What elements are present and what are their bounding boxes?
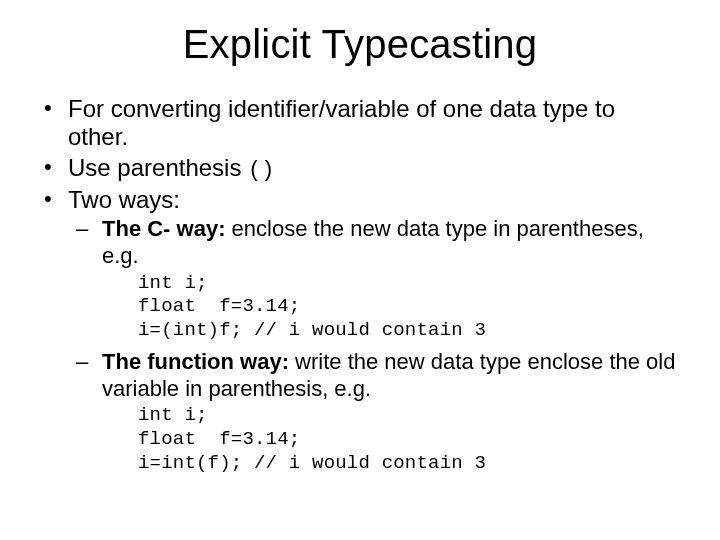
sub-list: The C- way: enclose the new data type in… [68, 216, 680, 476]
bullet-list: For converting identifier/variable of on… [40, 95, 680, 476]
bullet-item: Two ways: The C- way: enclose the new da… [64, 186, 680, 476]
bullet-text: Two ways: [68, 186, 180, 213]
code-line: i=int(f); // i would contain 3 [138, 452, 486, 474]
code-line: float f=3.14; [138, 295, 300, 317]
sub-item: The C- way: enclose the new data type in… [98, 216, 680, 343]
code-line: int i; [138, 404, 208, 426]
sub-item: The function way: write the new data typ… [98, 349, 680, 476]
slide: Explicit Typecasting For converting iden… [0, 0, 720, 540]
code-line: i=(int)f; // i would contain 3 [138, 319, 486, 341]
code-line: float f=3.14; [138, 428, 300, 450]
code-block: int i; float f=3.14; i=int(f); // i woul… [138, 404, 680, 475]
code-block: int i; float f=3.14; i=(int)f; // i woul… [138, 272, 680, 343]
sub-item-label: The function way: [102, 349, 289, 374]
bullet-text: Use parenthesis [68, 154, 248, 181]
inline-code: () [248, 158, 274, 183]
code-line: int i; [138, 272, 208, 294]
sub-item-label: The C- way: [102, 216, 225, 241]
bullet-item: Use parenthesis () [64, 154, 680, 184]
bullet-item: For converting identifier/variable of on… [64, 95, 680, 152]
slide-title: Explicit Typecasting [40, 22, 680, 67]
